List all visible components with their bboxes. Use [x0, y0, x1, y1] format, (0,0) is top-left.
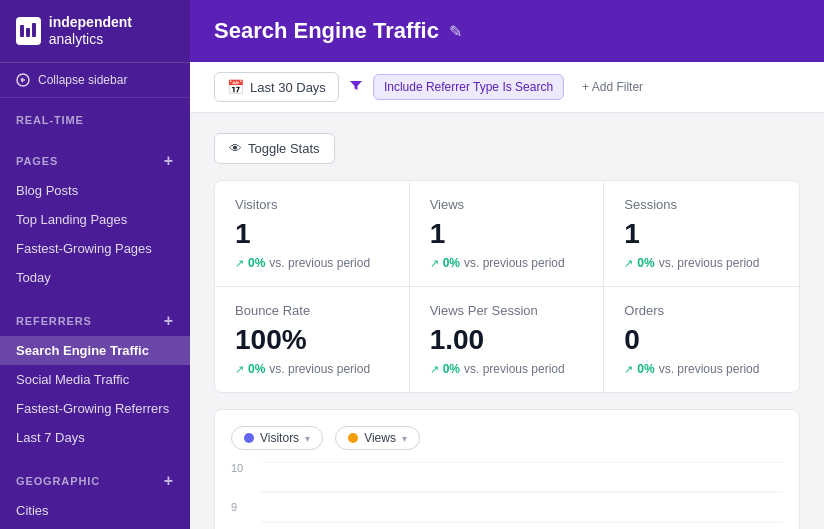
edit-title-icon[interactable]: ✎	[449, 22, 462, 41]
stat-views-per-session: Views Per Session 1.00 ↗ 0% vs. previous…	[410, 287, 605, 392]
sessions-trend-icon: ↗	[624, 257, 633, 270]
svg-rect-1	[26, 28, 30, 37]
stat-views: Views 1 ↗ 0% vs. previous period	[410, 181, 605, 287]
svg-rect-0	[20, 25, 24, 37]
page-title: Search Engine Traffic	[214, 18, 439, 44]
sidebar: independent analytics Collapse sidebar R…	[0, 0, 190, 529]
chart-legend: Visitors ▾ Views ▾	[231, 426, 783, 450]
filter-icon	[349, 79, 363, 96]
grid-line-2	[261, 492, 783, 522]
chart-section: Visitors ▾ Views ▾ 10 9 8	[214, 409, 800, 529]
sidebar-item-fastest-growing-pages[interactable]: Fastest-Growing Pages	[0, 234, 190, 263]
sidebar-item-blog-posts[interactable]: Blog Posts	[0, 176, 190, 205]
calendar-icon: 📅	[227, 79, 244, 95]
bounce-trend-icon: ↗	[235, 363, 244, 376]
content-area: 👁 Toggle Stats Visitors 1 ↗ 0% vs. previ…	[190, 113, 824, 529]
stats-grid: Visitors 1 ↗ 0% vs. previous period View…	[214, 180, 800, 393]
views-trend-icon: ↗	[430, 257, 439, 270]
grid-line-3	[261, 522, 783, 529]
toggle-stats-button[interactable]: 👁 Toggle Stats	[214, 133, 335, 164]
sidebar-item-social-media-traffic[interactable]: Social Media Traffic	[0, 365, 190, 394]
visitors-trend-icon: ↗	[235, 257, 244, 270]
stat-visitors: Visitors 1 ↗ 0% vs. previous period	[215, 181, 410, 287]
chart-area: 10 9 8	[231, 462, 783, 529]
chart-y-labels: 10 9 8	[231, 462, 255, 529]
add-geographic-button[interactable]: +	[164, 472, 174, 490]
filter-badge[interactable]: Include Referrer Type Is Search	[373, 74, 564, 100]
sidebar-item-european-countries[interactable]: European Countries	[0, 525, 190, 529]
sidebar-item-fastest-growing-referrers[interactable]: Fastest-Growing Referrers	[0, 394, 190, 423]
date-range-button[interactable]: 📅 Last 30 Days	[214, 72, 339, 102]
main-content: Search Engine Traffic ✎ 📅 Last 30 Days I…	[190, 0, 824, 529]
section-header-geographic: GEOGRAPHIC +	[0, 468, 190, 496]
grid-line-1	[261, 462, 783, 492]
add-pages-button[interactable]: +	[164, 152, 174, 170]
sidebar-section-realtime: REAL-TIME	[0, 98, 190, 136]
eye-icon: 👁	[229, 141, 242, 156]
sidebar-item-top-landing-pages[interactable]: Top Landing Pages	[0, 205, 190, 234]
chart-line-area	[261, 462, 783, 529]
section-header-realtime: REAL-TIME	[0, 110, 190, 132]
svg-rect-2	[32, 23, 36, 37]
toolbar: 📅 Last 30 Days Include Referrer Type Is …	[190, 62, 824, 113]
vps-trend-icon: ↗	[430, 363, 439, 376]
app-logo-icon	[16, 17, 41, 45]
orders-trend-icon: ↗	[624, 363, 633, 376]
sidebar-logo: independent analytics	[0, 0, 190, 63]
section-header-referrers: REFERRERS +	[0, 308, 190, 336]
visitors-dot	[244, 433, 254, 443]
visitors-chevron: ▾	[305, 433, 310, 444]
sidebar-section-pages: PAGES + Blog Posts Top Landing Pages Fas…	[0, 136, 190, 296]
views-chevron: ▾	[402, 433, 407, 444]
chart-grid-lines	[261, 462, 783, 529]
sidebar-item-cities[interactable]: Cities	[0, 496, 190, 525]
stat-orders: Orders 0 ↗ 0% vs. previous period	[604, 287, 799, 392]
stat-bounce-rate: Bounce Rate 100% ↗ 0% vs. previous perio…	[215, 287, 410, 392]
page-header: Search Engine Traffic ✎	[190, 0, 824, 62]
add-filter-button[interactable]: + Add Filter	[574, 75, 651, 99]
sidebar-item-last-7-days[interactable]: Last 7 Days	[0, 423, 190, 452]
legend-views[interactable]: Views ▾	[335, 426, 420, 450]
sidebar-item-search-engine-traffic[interactable]: Search Engine Traffic	[0, 336, 190, 365]
sidebar-item-today[interactable]: Today	[0, 263, 190, 292]
add-referrers-button[interactable]: +	[164, 312, 174, 330]
stat-sessions: Sessions 1 ↗ 0% vs. previous period	[604, 181, 799, 287]
sidebar-section-referrers: REFERRERS + Search Engine Traffic Social…	[0, 296, 190, 456]
views-dot	[348, 433, 358, 443]
collapse-sidebar-button[interactable]: Collapse sidebar	[0, 63, 190, 98]
sidebar-section-geographic: GEOGRAPHIC + Cities European Countries	[0, 456, 190, 529]
app-name: independent analytics	[49, 14, 174, 48]
section-header-pages: PAGES +	[0, 148, 190, 176]
legend-visitors[interactable]: Visitors ▾	[231, 426, 323, 450]
